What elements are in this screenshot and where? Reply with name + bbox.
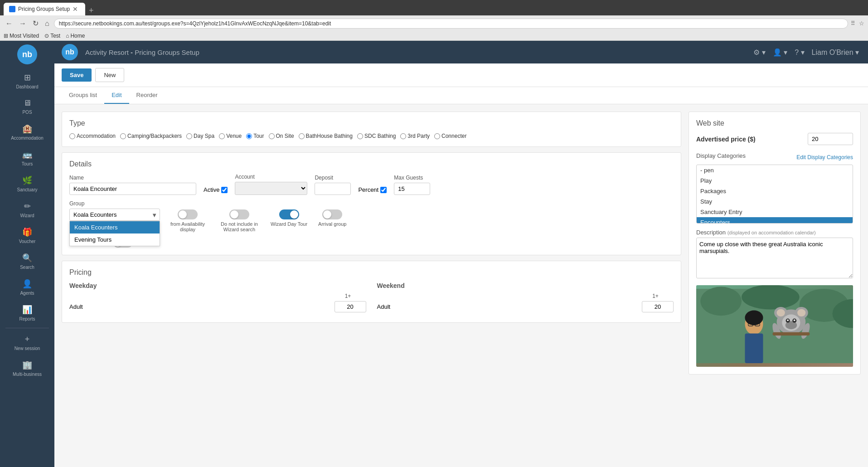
active-group: Active	[204, 186, 228, 193]
maxguests-input[interactable]	[394, 183, 430, 195]
cat-play[interactable]: Play	[697, 175, 853, 186]
description-textarea[interactable]: Come up close with these great Australia…	[696, 238, 853, 278]
radio-onsite[interactable]	[269, 133, 275, 139]
percent-label: Percent	[358, 186, 378, 193]
percent-checkbox[interactable]	[380, 187, 387, 193]
adv-price-input[interactable]	[808, 133, 853, 145]
cat-stay[interactable]: Stay	[697, 196, 853, 207]
type-option-dayspa[interactable]: Day Spa	[186, 133, 214, 139]
sidebar-multi-business-label: Multi-business	[13, 372, 42, 377]
type-option-3rdparty[interactable]: 3rd Party	[400, 133, 430, 139]
description-label-row: Description (displayed on accommodation …	[696, 229, 853, 236]
type-option-venue[interactable]: Venue	[219, 133, 242, 139]
no-wizard-toggle[interactable]	[229, 209, 249, 219]
reload-button[interactable]: ↻	[31, 18, 40, 29]
maxguests-label: Max Guests	[394, 175, 430, 181]
new-tab-button[interactable]: +	[85, 6, 97, 15]
sidebar: nb ⊞ Dashboard 🖥 POS 🏨 Accommodation 🚌 T…	[0, 41, 54, 467]
home-button[interactable]: ⌂	[43, 19, 51, 29]
address-bar[interactable]	[54, 19, 848, 29]
radio-dayspa[interactable]	[186, 133, 192, 139]
radio-bathhouse[interactable]	[299, 133, 305, 139]
topbar-title: Activity Resort - Pricing Groups Setup	[85, 49, 199, 56]
sidebar-item-voucher[interactable]: 🎁 Voucher	[0, 223, 54, 248]
sidebar-item-tours[interactable]: 🚌 Tours	[0, 145, 54, 171]
sidebar-item-sanctuary[interactable]: 🌿 Sanctuary	[0, 171, 54, 197]
sidebar-item-reports[interactable]: 📊 Reports	[0, 300, 54, 326]
wizard-day-toggle[interactable]	[279, 209, 299, 219]
settings-icon-btn[interactable]: ⚙ ▾	[752, 46, 767, 58]
dropdown-item-evening[interactable]: Evening Tours	[70, 234, 160, 246]
name-input[interactable]	[69, 183, 196, 195]
weekday-col-header: 1+	[330, 293, 366, 299]
radio-venue[interactable]	[219, 133, 225, 139]
active-browser-tab[interactable]: Pricing Groups Setup ✕	[4, 3, 85, 15]
sidebar-item-agents[interactable]: 👤 Agents	[0, 274, 54, 300]
sidebar-wizard-label: Wizard	[20, 213, 34, 218]
cat-encounters[interactable]: Encounters	[697, 217, 853, 224]
save-button[interactable]: Save	[62, 68, 92, 82]
arrival-toggle[interactable]	[322, 209, 342, 219]
weekend-adult-input[interactable]	[642, 301, 674, 312]
help-icon-btn[interactable]: ? ▾	[793, 46, 806, 58]
cat-packages[interactable]: Packages	[697, 186, 853, 196]
pos-icon: 🖥	[23, 98, 31, 108]
sidebar-item-wizard[interactable]: ✏ Wizard	[0, 197, 54, 223]
bookmark-button[interactable]: ☆	[859, 20, 864, 27]
tab-groups-list[interactable]: Groups list	[62, 87, 104, 104]
type-option-tour[interactable]: Tour	[246, 133, 264, 139]
toolbar: Save New	[54, 63, 868, 87]
type-option-accommodation[interactable]: Accommodation	[69, 133, 116, 139]
tab-edit[interactable]: Edit	[104, 87, 129, 104]
bookmark-home[interactable]: ⌂ Home	[66, 33, 85, 39]
user-icon-btn[interactable]: 👤 ▾	[771, 46, 789, 58]
sidebar-item-search[interactable]: 🔍 Search	[0, 248, 54, 274]
type-section: Type Accommodation Camping/Backpackers D…	[62, 112, 681, 147]
weekday-label: Weekday	[69, 282, 366, 289]
type-option-bathhouse[interactable]: BathHouse Bathing	[299, 133, 353, 139]
description-sub: (displayed on accommodation calendar)	[727, 230, 816, 235]
cat-pen[interactable]: - pen	[697, 165, 853, 175]
type-option-onsite[interactable]: On Site	[269, 133, 294, 139]
radio-tour[interactable]	[246, 133, 252, 139]
sidebar-item-dashboard[interactable]: ⊞ Dashboard	[0, 68, 54, 94]
bookmark-most-visited[interactable]: ⊞ Most Visited	[4, 33, 39, 39]
no-wizard-label: Do not include in Wizard search	[219, 221, 260, 232]
new-button[interactable]: New	[95, 68, 124, 82]
sidebar-item-pos[interactable]: 🖥 POS	[0, 94, 54, 119]
type-option-connecter[interactable]: Connecter	[434, 133, 466, 139]
weekend-adult-row: Adult	[377, 301, 674, 312]
back-button[interactable]: ←	[4, 19, 15, 29]
sidebar-item-new-session[interactable]: + New session	[0, 330, 54, 355]
type-option-camping[interactable]: Camping/Backpackers	[120, 133, 182, 139]
bookmarks-bar: ⊞ Most Visited ⊙ Test ⌂ Home	[0, 31, 868, 41]
svg-point-14	[777, 309, 785, 316]
group-dropdown-trigger[interactable]: Koala Ecounters ▼	[69, 209, 160, 221]
account-select[interactable]	[235, 182, 307, 195]
radio-accommodation[interactable]	[69, 133, 75, 139]
left-panel: Type Accommodation Camping/Backpackers D…	[62, 112, 681, 464]
dropdown-item-koala[interactable]: Koala Ecounters	[70, 221, 160, 234]
type-option-sdc[interactable]: SDC Bathing	[357, 133, 396, 139]
radio-connecter[interactable]	[434, 133, 440, 139]
forward-button[interactable]: →	[17, 19, 28, 29]
deposit-input[interactable]	[315, 183, 351, 195]
svg-point-15	[797, 309, 805, 316]
extensions-button[interactable]: ⠿	[851, 20, 855, 27]
tab-reorder[interactable]: Reorder	[129, 87, 165, 104]
user-name-btn[interactable]: Liam O'Brien ▾	[810, 46, 861, 58]
tab-close-btn[interactable]: ✕	[73, 5, 78, 13]
weekday-adult-input[interactable]	[335, 301, 366, 312]
radio-3rdparty[interactable]	[400, 133, 406, 139]
sidebar-divider	[5, 328, 49, 328]
radio-camping[interactable]	[120, 133, 126, 139]
edit-categories-link[interactable]: Edit Display Categories	[796, 154, 853, 161]
active-checkbox[interactable]	[221, 187, 228, 193]
sidebar-item-accommodation[interactable]: 🏨 Accommodation	[0, 119, 54, 145]
cat-sanctuary-entry[interactable]: Sanctuary Entry	[697, 207, 853, 217]
bookmark-test[interactable]: ⊙ Test	[44, 33, 60, 39]
details-section: Details Name Active Account	[62, 152, 681, 255]
sidebar-item-multi-business[interactable]: 🏢 Multi-business	[0, 355, 54, 381]
hide-avail-toggle[interactable]	[178, 209, 198, 219]
radio-sdc[interactable]	[357, 133, 363, 139]
